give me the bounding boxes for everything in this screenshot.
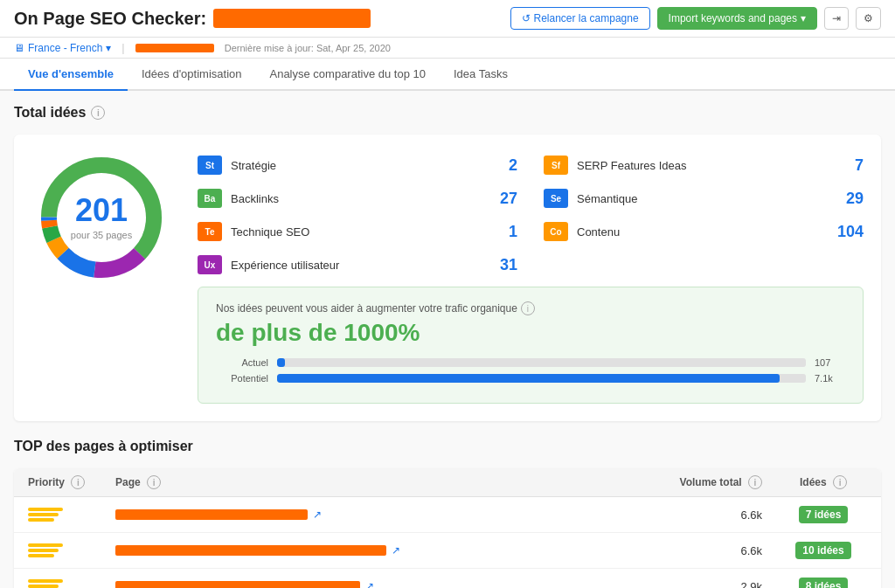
country-selector[interactable]: 🖥 France - French ▾ [14,42,111,54]
actuel-label: Actuel [216,357,268,368]
donut-total: 201 [71,195,132,226]
page-bar-1 [115,509,308,520]
volume-info-icon[interactable]: i [748,475,762,489]
name-technique: Technique SEO [231,225,482,239]
import-button[interactable]: Import keywords and pages ▾ [657,7,817,30]
actuel-bar-track [277,358,806,367]
count-strategie: 2 [491,156,517,175]
priority-bars-1 [28,508,115,522]
donut-sublabel: pour 35 pages [71,230,132,240]
donut-chart: 201 pour 35 pages [31,152,171,283]
count-experience: 31 [491,256,517,274]
idea-row-serp: Sf SERP Features Ideas 7 [544,152,864,178]
relaunch-label: Relancer la campagne [534,12,639,24]
priority-cell-1 [28,508,115,522]
pbar [28,543,63,547]
page-bar-container-2: ↗ [115,544,666,557]
country-label: France - French [28,42,102,54]
name-serp: SERP Features Ideas [577,159,829,172]
page-bar-container-3: ↗ [115,580,666,588]
badge-semantique: Se [544,189,568,208]
pages-table: Priority i Page i Volume total i Idées i [14,468,881,588]
page-header: On Page SEO Checker: ↺ Relancer la campa… [0,0,895,38]
traffic-boost-description: Nos idées peuvent vous aider à augmenter… [216,301,845,315]
potentiel-bar-row: Potentiel 7.1k [216,373,845,384]
ideas-grid: St Stratégie 2 Ba Backlinks 27 Te Techni… [198,152,864,278]
import-label: Import keywords and pages [669,12,797,24]
count-semantique: 29 [837,190,864,208]
badge-backlinks: Ba [198,189,222,208]
potentiel-bar-fill [277,374,780,383]
potentiel-bar-track [277,374,806,383]
ideas-cell-3: 8 idées [780,578,867,588]
page-col-label: Page [115,476,141,488]
relaunch-button[interactable]: ↺ Relancer la campagne [510,7,650,30]
pbar [28,554,54,557]
volume-2: 6.6k [740,544,762,557]
priority-info-icon[interactable]: i [71,475,85,489]
page-bar-3 [115,581,360,588]
idea-row-technique: Te Technique SEO 1 [198,218,517,245]
ext-link-icon-2[interactable]: ↗ [392,544,400,557]
page-cell-3: ↗ [115,580,666,588]
tab-overview[interactable]: Vue d'ensemble [14,59,128,91]
count-technique: 1 [491,223,517,241]
badge-technique: Te [198,222,222,241]
actuel-value: 107 [815,357,845,368]
ext-link-icon-1[interactable]: ↗ [313,508,322,521]
name-semantique: Sémantique [577,192,829,205]
ideas-info-icon[interactable]: i [833,475,847,489]
idea-row-strategie: St Stratégie 2 [198,152,517,178]
volume-cell-1: 6.6k [666,508,780,522]
page-bar-container-1: ↗ [115,508,666,521]
page-cell-1: ↗ [115,508,666,521]
traffic-info-icon[interactable]: i [521,301,535,315]
traffic-description-text: Nos idées peuvent vous aider à augmenter… [216,302,517,315]
count-contenu: 104 [837,223,864,241]
tab-optimization[interactable]: Idées d'optimisation [128,59,256,91]
campaign-bar [135,44,214,52]
volume-cell-2: 6.6k [666,544,780,557]
pbar [28,508,63,511]
count-backlinks: 27 [491,190,517,208]
name-strategie: Stratégie [231,159,482,172]
idea-row-experience: Ux Expérience utilisateur 31 [198,252,517,278]
ideas-badge-2[interactable]: 10 idées [795,542,850,559]
idea-row-contenu: Co Contenu 104 [544,218,864,245]
volume-cell-3: 2.9k [666,580,780,589]
flag-icon: 🖥 [14,42,24,54]
name-experience: Expérience utilisateur [231,259,482,272]
traffic-percent: de plus de 1000% [216,319,845,347]
total-ideas-info-icon[interactable]: i [91,106,105,120]
pbar [28,585,59,588]
page-title: On Page SEO Checker: [14,9,371,29]
total-ideas-row: 201 pour 35 pages St Stratégie 2 Ba [14,135,881,421]
export-button[interactable]: ⇥ [824,7,849,30]
volume-3: 2.9k [740,580,762,589]
ideas-cell-1: 7 idées [780,506,867,523]
badge-contenu: Co [544,222,568,241]
tab-top10[interactable]: Analyse comparative du top 10 [255,59,440,91]
count-serp: 7 [837,156,864,175]
actuel-bar-row: Actuel 107 [216,357,845,368]
volume-1: 6.6k [740,508,762,522]
pbar [28,549,59,552]
priority-col-label: Priority [28,476,65,488]
settings-button[interactable]: ⚙ [856,7,881,30]
badge-experience: Ux [198,255,222,274]
col-header-ideas: Idées i [780,475,867,489]
page-info-icon[interactable]: i [147,475,161,489]
total-ideas-title: Total idées i [14,105,881,121]
tab-bar: Vue d'ensemble Idées d'optimisation Anal… [0,59,895,91]
ideas-badge-1[interactable]: 7 idées [799,506,849,523]
ideas-col-left: St Stratégie 2 Ba Backlinks 27 Te Techni… [198,152,517,278]
page-cell-2: ↗ [115,544,666,557]
separator: | [121,41,124,54]
ideas-badge-3[interactable]: 8 idées [799,578,849,588]
ext-link-icon-3[interactable]: ↗ [365,580,374,588]
tab-tasks[interactable]: Idea Tasks [440,59,522,91]
table-row: ↗ 6.6k 7 idées [14,497,881,533]
header-left: On Page SEO Checker: [14,9,371,29]
header-right: ↺ Relancer la campagne Import keywords a… [510,7,882,30]
donut-center: 201 pour 35 pages [71,195,132,240]
